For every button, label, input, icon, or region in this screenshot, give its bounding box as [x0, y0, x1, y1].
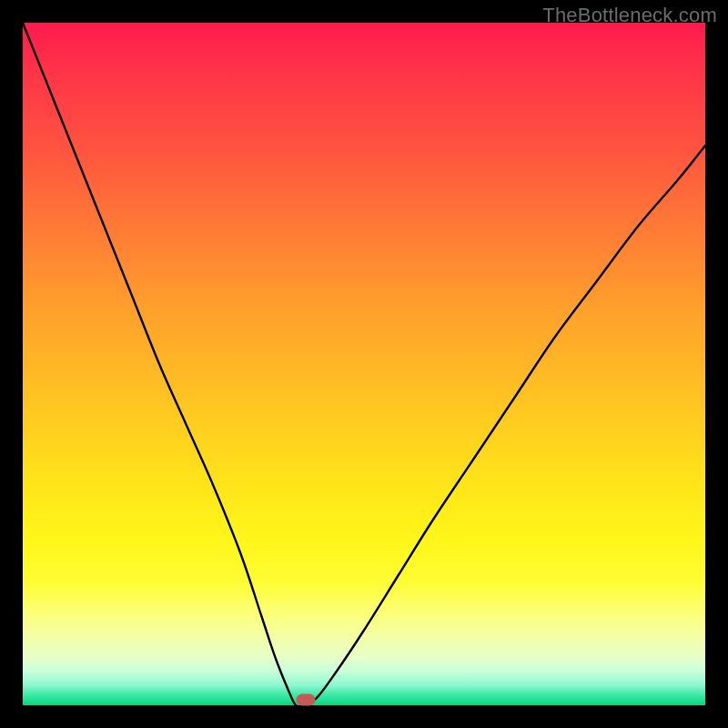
curve-layer — [23, 23, 705, 705]
watermark-text: TheBottleneck.com — [542, 4, 717, 27]
minimum-marker — [297, 694, 316, 706]
chart-area — [23, 23, 705, 705]
bottleneck-curve — [23, 23, 705, 705]
